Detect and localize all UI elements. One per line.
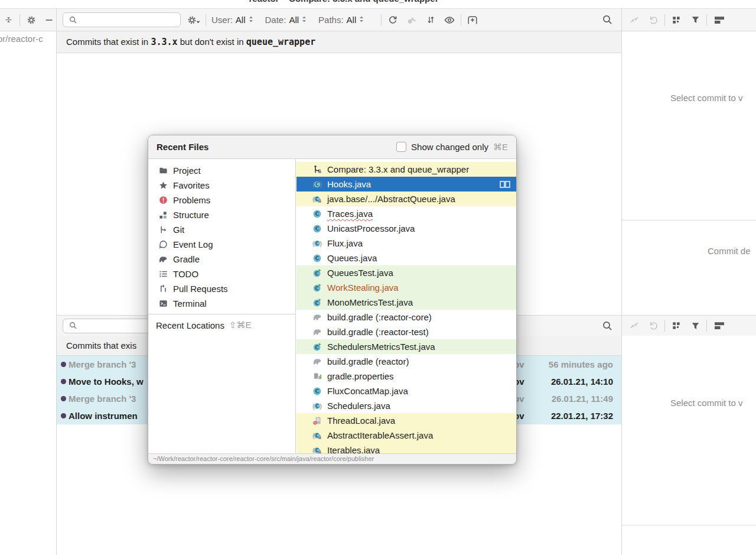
file-name: WorkStealing.java (327, 283, 399, 293)
recent-locations-label: Recent Locations (156, 320, 224, 330)
log-filter-toolbar: User: All Date: All Paths: All (57, 9, 621, 31)
svg-text:C: C (315, 388, 320, 394)
recent-file-item[interactable]: gradle.properties (296, 369, 516, 384)
find-icon[interactable] (601, 319, 613, 332)
tool-window-item-todo[interactable]: TODO (148, 267, 295, 281)
file-name: java.base/.../AbstractQueue.java (327, 194, 455, 204)
tool-window-label: Git (173, 225, 184, 235)
recent-file-item[interactable]: (C)Schedulers.java (296, 398, 516, 413)
split-view-icon[interactable] (500, 181, 510, 188)
eye-icon[interactable] (444, 14, 455, 27)
tool-window-item-problems[interactable]: Problems (148, 193, 295, 207)
layout-options-icon[interactable] (712, 319, 726, 332)
paths-filter[interactable]: Paths: All (318, 15, 364, 25)
svg-text:C: C (315, 270, 319, 276)
class-lock-icon: (C (312, 431, 322, 440)
date-filter[interactable]: Date: All (265, 15, 307, 25)
grid-options-icon[interactable] (670, 14, 682, 27)
recent-file-item[interactable]: build.gradle (:reactor-test) (296, 324, 516, 339)
recent-file-item[interactable]: CSchedulersMetricsTest.java (296, 339, 516, 354)
collapse-vertical-icon[interactable] (2, 14, 14, 27)
user-filter[interactable]: User: All (211, 15, 253, 25)
tool-window-label: Structure (173, 210, 209, 220)
popup-title: Recent Files (148, 142, 208, 152)
search-icon (67, 319, 79, 332)
file-name: QueuesTest.java (327, 268, 393, 278)
tool-window-label: Pull Requests (173, 284, 228, 294)
recent-file-item[interactable]: CTraces.java (296, 206, 516, 221)
recent-file-item[interactable]: CQueuesTest.java (296, 265, 516, 280)
class-icon: C (312, 254, 322, 263)
file-name: SchedulersMetricsTest.java (327, 342, 435, 352)
filter-icon[interactable] (689, 319, 701, 332)
new-tab-icon[interactable] (467, 14, 478, 27)
gear-icon[interactable] (25, 14, 37, 27)
recent-files-list: Compare: 3.3.x and queue_wrapper(C)Hooks… (296, 159, 516, 453)
tool-window-item-gradle[interactable]: Gradle (148, 252, 295, 267)
recent-file-item[interactable]: build.gradle (:reactor-core) (296, 310, 516, 324)
refresh-icon[interactable] (387, 14, 399, 27)
recent-file-item[interactable]: (Cjava.base/.../AbstractQueue.java (296, 192, 516, 206)
recent-file-item[interactable]: ThreadLocal.java (296, 413, 516, 428)
folder-icon (158, 166, 168, 176)
recent-file-item[interactable]: (C)Hooks.java (296, 177, 516, 192)
recent-file-item[interactable]: (CIterables.java (296, 443, 516, 453)
show-changed-only-checkbox[interactable] (396, 142, 406, 152)
tool-window-item-favorites[interactable]: Favorites (148, 178, 295, 193)
class-icon: C (312, 387, 322, 396)
tool-window-item-pull-requests[interactable]: Pull Requests (148, 281, 295, 296)
tool-window-item-git[interactable]: Git (148, 222, 295, 237)
tool-window-label: TODO (173, 269, 198, 279)
test-icon: C (312, 342, 322, 352)
recent-file-item[interactable]: CUnicastProcessor.java (296, 221, 516, 236)
recent-file-item[interactable]: CQueues.java (296, 251, 516, 265)
header-text: Commits that exis (66, 340, 136, 350)
commit-message: Merge branch '3 (69, 359, 148, 369)
recent-file-item[interactable]: (C)Flux.java (296, 236, 516, 251)
recent-file-item[interactable]: CWorkStealing.java (296, 280, 516, 295)
tool-windows-list: ProjectFavoritesProblemsStructureGitEven… (148, 159, 296, 453)
log-search-input[interactable] (63, 12, 181, 27)
tool-window-label: Problems (173, 195, 210, 205)
grid-options-icon[interactable] (670, 319, 682, 332)
commit-date: 26.01.21, 14:10 (536, 377, 613, 387)
popup-footer-path: ~/Work/reactor/reactor-core/reactor-core… (148, 453, 516, 464)
divider (706, 14, 707, 26)
divider (19, 14, 20, 26)
tool-window-item-structure[interactable]: Structure (148, 207, 295, 222)
bottom-changes-toolbar (621, 316, 756, 336)
divider (381, 14, 382, 26)
layout-options-icon[interactable] (712, 14, 726, 27)
search-icon (67, 14, 79, 27)
svg-text:C: C (315, 344, 319, 350)
panel-divider[interactable] (56, 8, 57, 555)
left-rail-toolbar (0, 14, 57, 27)
shortcut-hint: ⌘E (493, 142, 508, 152)
recent-file-item[interactable]: CFluxConcatMap.java (296, 384, 516, 398)
divider (706, 320, 707, 332)
recent-file-item[interactable]: build.gradle (reactor) (296, 354, 516, 369)
panel-divider[interactable] (621, 8, 622, 555)
git-icon (158, 225, 168, 235)
recent-file-item[interactable]: CMonoMetricsTest.java (296, 295, 516, 310)
sort-icon[interactable] (425, 14, 436, 27)
tool-window-item-event-log[interactable]: Event Log (148, 237, 295, 252)
tool-window-item-terminal[interactable]: Terminal (148, 296, 295, 311)
recent-locations-link[interactable]: Recent Locations ⇧⌘E (148, 317, 295, 333)
collapse-horizontal-icon (628, 319, 640, 332)
filter-label: User: (211, 15, 233, 25)
file-name: Flux.java (327, 238, 363, 248)
svg-text:C: C (315, 225, 320, 232)
find-icon[interactable] (601, 14, 613, 27)
hide-icon[interactable] (43, 14, 55, 27)
svg-text:C: C (315, 300, 319, 306)
recent-file-item[interactable]: (CAbstractIterableAssert.java (296, 428, 516, 443)
recent-file-item[interactable]: Compare: 3.3.x and queue_wrapper (296, 162, 516, 177)
class-paren-icon: (C) (312, 401, 322, 411)
changes-toolbar (621, 9, 756, 31)
branch-lock-icon (312, 165, 322, 174)
tool-window-item-project[interactable]: Project (148, 163, 295, 178)
divider (664, 320, 665, 332)
filter-icon[interactable] (689, 14, 701, 27)
svg-text:C: C (315, 197, 319, 202)
